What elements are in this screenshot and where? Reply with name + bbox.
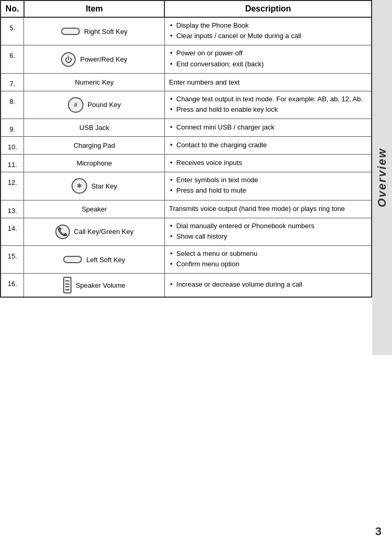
desc-item: Press and hold to enable key lock (169, 105, 367, 114)
desc-item: Dial manually entered or Phonebook numbe… (169, 221, 367, 231)
table-row: 13.SpeakerTransmits voice output (hand f… (1, 200, 372, 218)
desc-item: End conversation; exit (back) (169, 60, 367, 69)
row-number: 15. (1, 245, 24, 273)
row-number: 7. (1, 73, 24, 91)
call-icon: 📞 (55, 225, 70, 239)
row-description: Enter symbols in text modePress and hold… (164, 172, 372, 200)
softkey-icon (61, 28, 80, 35)
row-item: Power/Red Key (24, 45, 164, 73)
table-row: 9.USB JackConnect mini USB / charger jac… (1, 119, 372, 137)
row-description: Receives voice inputs (164, 155, 372, 172)
table-row: 15.Left Soft KeySelect a menu or submenu… (1, 245, 372, 273)
row-item: Left Soft Key (24, 245, 164, 273)
desc-item: Confirm menu option (169, 260, 367, 269)
desc-text: Transmits voice output (hand free mode) … (169, 204, 367, 214)
row-number: 5. (1, 17, 24, 45)
header-no: No. (1, 1, 24, 17)
item-label: Star Key (91, 182, 117, 190)
desc-item: Display the Phone Book (169, 21, 367, 30)
table-row: 14.📞Call Key/Green KeyDial manually ente… (1, 218, 372, 245)
sidebar-overview-label: Overview (372, 0, 392, 355)
row-description: Connect mini USB / charger jack (164, 119, 372, 137)
table-row: 6.Power/Red KeyPower on or power offEnd … (1, 45, 372, 73)
item-label: Numeric Key (75, 78, 113, 86)
row-description: Change text output in text mode. For exa… (164, 91, 372, 119)
row-number: 9. (1, 119, 24, 137)
power-icon (61, 52, 76, 67)
item-label: Power/Red Key (80, 55, 127, 63)
page-number: 3 (375, 525, 382, 538)
table-row: 11.MicrophoneReceives voice inputs (1, 155, 372, 172)
header-description: Description (164, 1, 372, 17)
pound-icon: # (68, 97, 84, 113)
item-label: Charging Pad (74, 142, 115, 149)
item-label: Left Soft Key (86, 256, 125, 264)
row-description: Select a menu or submenuConfirm menu opt… (164, 245, 372, 273)
row-item: Microphone (24, 155, 164, 172)
row-item: USB Jack (24, 119, 164, 137)
row-item: Speaker Volume (24, 274, 164, 298)
row-description: Enter numbers and text (164, 73, 372, 91)
table-row: 12.✱Star KeyEnter symbols in text modePr… (1, 172, 372, 200)
row-description: Contact to the charging cradle (164, 137, 372, 155)
page-wrapper: Overview No. Item Description 5.Right So… (0, 0, 392, 554)
row-item: ✱Star Key (24, 172, 164, 200)
desc-item: Select a menu or submenu (169, 249, 367, 258)
table-header-row: No. Item Description (1, 1, 372, 17)
desc-item: Contact to the charging cradle (169, 140, 367, 150)
item-label: Speaker (81, 205, 106, 213)
desc-item: Receives voice inputs (169, 158, 367, 168)
row-number: 13. (1, 200, 24, 218)
row-item: Charging Pad (24, 137, 164, 155)
row-number: 14. (1, 218, 24, 245)
row-item: #Pound Key (24, 91, 164, 119)
table-row: 8.#Pound KeyChange text output in text m… (1, 91, 372, 119)
item-label: Speaker Volume (76, 281, 125, 289)
desc-item: Increase or decrease volume during a cal… (169, 280, 367, 289)
row-item: 📞Call Key/Green Key (24, 218, 164, 245)
row-number: 11. (1, 155, 24, 172)
row-number: 6. (1, 45, 24, 73)
item-label: Call Key/Green Key (74, 228, 134, 235)
desc-item: Clear inputs / cancel or Mute during a c… (169, 31, 367, 41)
softkey-icon (63, 256, 82, 263)
star-icon: ✱ (72, 178, 87, 194)
desc-item: Press and hold to mute (169, 186, 367, 195)
desc-item: Change text output in text mode. For exa… (169, 95, 367, 104)
row-item: Numeric Key (24, 73, 164, 91)
table-row: 7.Numeric KeyEnter numbers and text (1, 73, 372, 91)
table-row: 10.Charging PadContact to the charging c… (1, 137, 372, 155)
row-item: Speaker (24, 200, 164, 218)
row-number: 12. (1, 172, 24, 200)
volume-icon (63, 277, 72, 293)
row-number: 16. (1, 274, 24, 298)
desc-item: Power on or power off (169, 49, 367, 58)
desc-text: Enter numbers and text (169, 77, 367, 88)
table-row: 16.Speaker VolumeIncrease or decrease vo… (1, 274, 372, 298)
row-number: 8. (1, 91, 24, 119)
feature-table: No. Item Description 5.Right Soft KeyDis… (0, 0, 372, 298)
row-item: Right Soft Key (24, 17, 164, 45)
desc-item: Enter symbols in text mode (169, 175, 367, 185)
table-row: 5.Right Soft KeyDisplay the Phone BookCl… (1, 17, 372, 45)
item-label: Pound Key (88, 101, 121, 109)
item-label: Microphone (77, 159, 112, 167)
row-description: Dial manually entered or Phonebook numbe… (164, 218, 372, 245)
row-description: Display the Phone BookClear inputs / can… (164, 17, 372, 45)
item-label: Right Soft Key (84, 28, 127, 36)
row-description: Transmits voice output (hand free mode) … (164, 200, 372, 218)
desc-item: Connect mini USB / charger jack (169, 123, 367, 132)
row-number: 10. (1, 137, 24, 155)
item-label: USB Jack (79, 124, 109, 132)
row-description: Power on or power offEnd conversation; e… (164, 45, 372, 73)
header-item: Item (24, 1, 164, 17)
main-table-container: No. Item Description 5.Right Soft KeyDis… (0, 0, 372, 298)
row-description: Increase or decrease volume during a cal… (164, 274, 372, 298)
desc-item: Show call history (169, 232, 367, 241)
